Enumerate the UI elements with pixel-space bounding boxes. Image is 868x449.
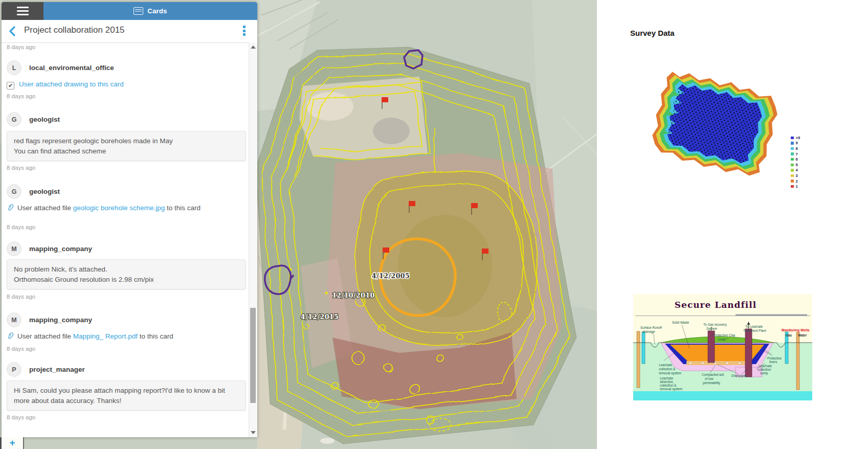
svg-text:Leachate: Leachate [659, 363, 672, 367]
svg-text:of low: of low [705, 377, 714, 380]
avatar: G [7, 112, 21, 127]
username: project_manager [29, 366, 85, 373]
landfill-title: Secure Landfill [675, 300, 756, 310]
comment-author: M mapping_company [7, 242, 92, 256]
report-panel: Survey Data [597, 0, 868, 449]
comment-author: M mapping_company [7, 313, 92, 327]
legend-row: 6 [791, 156, 800, 162]
svg-text:To Leachate: To Leachate [745, 325, 763, 328]
avatar: M [7, 241, 21, 256]
scroll-down-arrow[interactable] [251, 431, 256, 434]
scroll-up-arrow[interactable] [251, 46, 256, 49]
avatar: P [7, 362, 21, 377]
paperclip-icon [7, 204, 14, 212]
legend-swatch [791, 179, 794, 183]
tab-cards[interactable]: Cards [43, 2, 257, 20]
card-header: Project collaboration 2015 [2, 20, 257, 43]
svg-text:Gas: Gas [786, 333, 792, 337]
comment-message: Hi Sam, could you please attach mapping … [7, 380, 246, 411]
svg-text:collection &: collection & [660, 384, 677, 387]
svg-text:sump: sump [760, 371, 768, 375]
drawing-checkbox[interactable]: ✔ [7, 82, 14, 89]
legend-swatch [791, 169, 794, 172]
legend-row: 2 [791, 178, 800, 184]
page-title: Project collaboration 2015 [24, 25, 125, 35]
svg-text:permeability: permeability [703, 381, 721, 385]
cards-panel: Cards Project collaboration 2015 8 days … [2, 2, 257, 437]
card-menu-button[interactable] [243, 26, 246, 37]
username: local_enviromental_office [29, 64, 114, 72]
legend-swatch [791, 158, 794, 161]
svg-text:Compacted soil: Compacted soil [702, 373, 724, 377]
legend-row: 3 [791, 173, 800, 178]
timestamp: 8 days ago [7, 93, 35, 99]
svg-text:collection: collection [758, 368, 771, 371]
svg-text:Protective: Protective [767, 356, 782, 360]
cards-tab-label: Cards [147, 7, 167, 15]
attachment-link[interactable]: Mapping_ Report.pdf [73, 332, 138, 340]
svg-text:System: System [706, 327, 717, 331]
timestamp: 8 days ago [7, 414, 35, 420]
comment-author: G geologist [7, 185, 60, 198]
comment-author: P project_manager [7, 363, 85, 376]
legend-row: 4 [791, 168, 800, 173]
map-date-label-2010: 12/10/2010 [332, 291, 375, 299]
comment-author: L local_enviromental_office [7, 61, 114, 75]
svg-text:To Gas recovery: To Gas recovery [703, 323, 727, 327]
svg-text:Leachate: Leachate [660, 376, 673, 380]
username: mapping_company [29, 316, 92, 324]
back-button[interactable] [7, 25, 19, 37]
legend-swatch [791, 142, 794, 145]
svg-text:detection,: detection, [660, 380, 674, 384]
app-window: 4/12/2005 12/10/2010 4/12/2015 Cards Pro… [0, 0, 868, 449]
svg-text:Drainpipes: Drainpipes [731, 374, 747, 378]
svg-text:Solid Waste: Solid Waste [672, 321, 689, 324]
avatar: G [7, 184, 21, 199]
leachate-well [745, 329, 752, 377]
legend-row: >9 [791, 135, 800, 141]
hamburger-icon [17, 5, 29, 17]
avatar: L [7, 60, 21, 75]
legend-row: 1 [791, 184, 800, 189]
drawing-link[interactable]: User attached drawing to this card [19, 80, 124, 88]
username: geologist [29, 188, 60, 195]
legend-swatch [791, 147, 794, 150]
legend-swatch [791, 164, 794, 167]
username: geologist [29, 116, 60, 123]
svg-text:liners: liners [769, 360, 777, 364]
timestamp: 8 days ago [7, 165, 35, 171]
timestamp: 8 days ago [7, 294, 35, 300]
legend-row: 7 [791, 151, 800, 157]
attachment-row: User attached file Mapping_ Report.pdf t… [7, 331, 232, 342]
svg-text:Monitoring Wells: Monitoring Wells [782, 328, 810, 332]
avatar: M [7, 312, 21, 327]
add-card-button[interactable]: + [2, 437, 24, 449]
legend-row: 9 [791, 141, 800, 146]
paperclip-icon [7, 332, 14, 340]
panel-topbar: Cards [2, 2, 257, 20]
svg-text:cover: cover [718, 338, 725, 341]
comment-feed: 8 days ago L local_enviromental_office ✔… [2, 43, 249, 437]
legend-swatch [791, 185, 794, 188]
timestamp: 8 days ago [7, 224, 35, 230]
svg-text:Leachate: Leachate [759, 364, 772, 368]
timestamp: 8 days ago [7, 346, 35, 352]
attachment-row: User attached file geologic borehole sch… [7, 203, 204, 213]
legend-swatch [791, 152, 794, 155]
legend-row: 5 [791, 162, 800, 168]
scrollbar-thumb[interactable] [250, 308, 256, 403]
svg-text:removal system: removal system [659, 371, 681, 375]
overlap-heatmap-figure [628, 46, 802, 199]
survey-data-title: Survey Data [630, 29, 675, 37]
svg-text:drainage: drainage [642, 330, 655, 334]
timestamp: 8 days ago [7, 44, 35, 50]
legend-swatch [791, 137, 794, 140]
username: mapping_company [29, 245, 92, 253]
legend-swatch [791, 174, 794, 177]
secure-landfill-diagram: Secure Landfill [633, 294, 812, 400]
attachment-link[interactable]: geologic borehole scheme.jpg [73, 204, 165, 212]
scrollbar[interactable] [249, 42, 257, 437]
hamburger-menu-button[interactable] [2, 2, 43, 20]
kebab-menu-icon [243, 26, 246, 28]
cards-icon [133, 7, 143, 15]
